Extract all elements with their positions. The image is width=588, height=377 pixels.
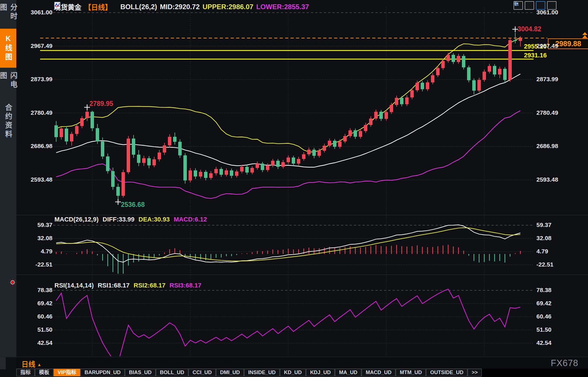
shift-chart-icon[interactable] <box>547 1 556 10</box>
macd-axis-tick-right: 32.08 <box>536 235 552 242</box>
period-badge[interactable]: 【日线】 <box>84 2 112 12</box>
macd-dea-value: DEA:30.93 <box>138 216 170 223</box>
annotation-low: 2536.68 <box>121 201 145 209</box>
main-axis-tick-right: 3061.00 <box>536 9 558 16</box>
macd-value: MACD:6.12 <box>174 216 207 223</box>
macd-axis-tick-left: 32.08 <box>19 235 52 242</box>
tab-macd-ud[interactable]: MACD_UD <box>362 369 395 376</box>
tab-cci-ud[interactable]: CCI_UD <box>189 369 216 376</box>
chart-toolbar <box>513 1 556 10</box>
rsi-axis-tick-right: 42.54 <box>536 339 552 346</box>
period-selector[interactable]: 日线 ▲ <box>21 359 42 369</box>
sidebar-item-1[interactable]: K线图 <box>0 29 16 68</box>
tab-kd-ud[interactable]: KD_UD <box>280 369 306 376</box>
tab-模板[interactable]: 模板 <box>35 369 53 376</box>
tab-outside-ud[interactable]: OUTSIDE_UD <box>426 369 467 376</box>
main-axis-tick-right: 2873.99 <box>536 76 558 83</box>
boll-upper-value: UPPER:2986.07 <box>203 3 253 11</box>
tab-vip指标[interactable]: VIP指标 <box>54 369 80 376</box>
main-axis-tick-left: 2967.49 <box>19 42 52 49</box>
rsi-header: RSI(14,14,14) RSI1:68.17 RSI2:68.17 RSI3… <box>54 282 201 289</box>
rsi-axis-tick-left: 51.50 <box>19 326 52 333</box>
sidebar-item-0[interactable]: 分时图 <box>0 3 16 30</box>
main-axis-tick-left: 2780.49 <box>19 109 52 116</box>
rsi-axis-tick-left: 42.54 <box>19 339 52 346</box>
macd-axis-tick-left: 4.79 <box>19 248 52 255</box>
main-axis-tick-right: 2593.48 <box>536 176 558 183</box>
rsi-axis-tick-right: 60.46 <box>536 313 552 320</box>
sidebar-item-3[interactable]: 合约资料 <box>0 103 16 139</box>
candlestick-chart[interactable] <box>0 0 588 357</box>
rsi2-value: RSI2:68.17 <box>134 282 165 289</box>
macd-axis-tick-right: 4.79 <box>536 248 548 255</box>
main-axis-tick-left: 2873.99 <box>19 76 52 83</box>
tab-barupdn-ud[interactable]: BARUPDN_UD <box>81 369 125 376</box>
tab-bias-ud[interactable]: BIAS_UD <box>125 369 156 376</box>
main-axis-tick-left: 3061.00 <box>19 9 52 16</box>
trading-app: 分时图K线图闪电图合约资料 现货黄金 【日线】 BOLL(26,2) MID:2… <box>0 0 588 377</box>
tab-kdj-ud[interactable]: KDJ_UD <box>306 369 335 376</box>
rsi-axis-tick-left: 60.46 <box>19 313 52 320</box>
axis-scale-icon[interactable] <box>525 1 534 10</box>
tab-inside-ud[interactable]: INSIDE_UD <box>244 369 280 376</box>
main-axis-tick-right: 2967.49 <box>536 42 558 49</box>
corner-block <box>0 357 6 369</box>
sidebar-item-2[interactable]: 闪电图 <box>0 72 16 98</box>
rsi1-value: RSI1:68.17 <box>98 282 130 289</box>
annotation-high: 3004.82 <box>518 25 541 33</box>
time-axis: 日线 ▲ <box>16 357 588 368</box>
rsi-axis-tick-right: 69.42 <box>536 300 552 307</box>
watermark: FX678 <box>551 358 578 368</box>
level-label-2: 2931.16 <box>504 52 547 59</box>
rsi3-value: RSI3:68.17 <box>170 282 201 289</box>
rsi-axis-tick-left: 69.42 <box>19 300 52 307</box>
tab-ma-ud[interactable]: MA_UD <box>335 369 361 376</box>
tab-指标[interactable]: 指标 <box>16 369 35 376</box>
rsi-title: RSI(14,14,14) <box>54 282 94 289</box>
main-axis-tick-right: 2780.49 <box>536 109 558 116</box>
chart-header: 现货黄金 【日线】 BOLL(26,2) MID:2920.72 UPPER:2… <box>54 2 309 12</box>
macd-title: MACD(26,12,9) <box>54 216 99 223</box>
main-axis-tick-left: 2686.98 <box>19 143 52 149</box>
macd-diff-value: DIFF:33.99 <box>103 216 134 223</box>
macd-axis-tick-right: -22.51 <box>536 261 554 268</box>
macd-axis-tick-left: 59.37 <box>19 221 52 228</box>
auto-scroll-icon[interactable] <box>536 1 545 10</box>
macd-axis-tick-left: -22.51 <box>19 261 52 268</box>
annotation-swing-high: 2789.95 <box>89 100 113 108</box>
triangle-up-icon: ▲ <box>37 362 42 367</box>
rsi-axis-tick-right: 51.50 <box>536 326 552 333</box>
sidebar: 分时图K线图闪电图合约资料 <box>0 0 16 357</box>
main-axis-tick-left: 2593.48 <box>19 176 52 183</box>
boll-lower-value: LOWER:2855.37 <box>256 3 309 11</box>
tab-boll-ud[interactable]: BOLL_UD <box>156 369 188 376</box>
indicator-tab-bar: 指标模板VIP指标BARUPDN_UDBIAS_UDBOLL_UDCCI_UDD… <box>16 369 588 377</box>
rsi-axis-tick-left: 78.38 <box>19 287 52 294</box>
boll-name: BOLL(26,2) <box>120 3 157 11</box>
rsi-axis-tick-right: 78.38 <box>536 287 552 294</box>
tab-mtm-ud[interactable]: MTM_UD <box>396 369 426 376</box>
tab--[interactable]: >> <box>468 369 482 376</box>
tab-dmi-ud[interactable]: DMI_UD <box>216 369 244 376</box>
boll-mid-value: MID:2920.72 <box>160 3 200 11</box>
main-axis-tick-right: 2686.98 <box>536 143 558 149</box>
macd-axis-tick-right: 59.37 <box>536 221 552 228</box>
macd-header: MACD(26,12,9) DIFF:33.99 DEA:30.93 MACD:… <box>54 216 207 223</box>
